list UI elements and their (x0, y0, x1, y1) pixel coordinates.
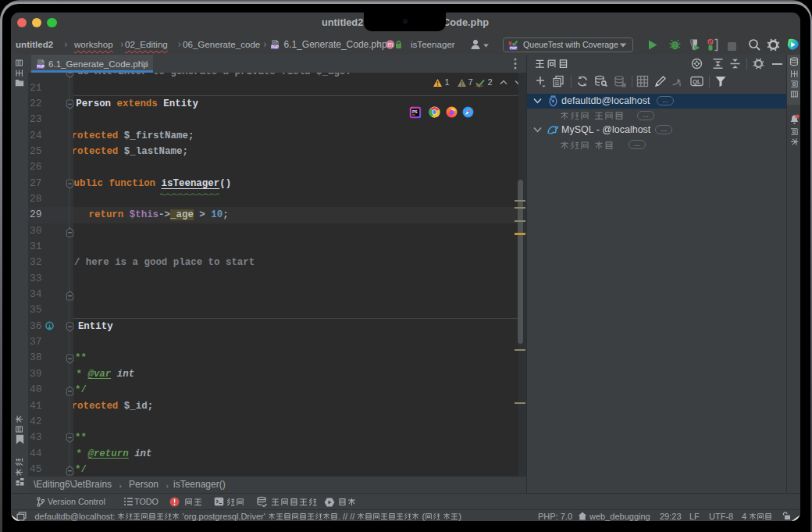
svg-text:m: m (387, 41, 393, 48)
svg-text:QL: QL (693, 78, 701, 85)
svg-text:PHP: PHP (37, 65, 44, 69)
svg-text:PS: PS (412, 110, 418, 114)
svg-text:PHP: PHP (510, 46, 517, 50)
svg-text:PHP: PHP (271, 45, 278, 49)
